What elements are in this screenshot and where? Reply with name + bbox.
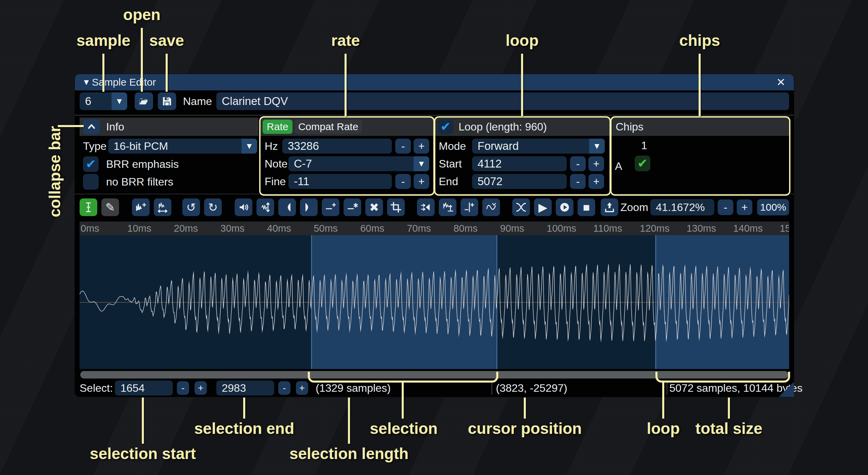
note-combo[interactable]: C-7 ▼ xyxy=(288,156,429,171)
open-sample-button[interactable] xyxy=(135,92,153,110)
loop-mode-combo[interactable]: Forward ▼ xyxy=(472,139,605,154)
filter-button[interactable] xyxy=(482,198,500,216)
loop-start-input[interactable]: 4112 xyxy=(472,156,567,171)
play-button[interactable]: ▶ xyxy=(534,198,552,216)
tab-compat-rate[interactable]: Compat Rate xyxy=(295,120,362,134)
waveform[interactable] xyxy=(80,235,789,369)
hz-decrease-button[interactable]: - xyxy=(395,139,411,154)
ruler-tick: 60ms xyxy=(360,222,384,235)
fade-in-button[interactable] xyxy=(278,198,296,216)
loop-end-decrease-button[interactable]: - xyxy=(570,174,586,189)
folder-open-icon xyxy=(138,96,149,107)
tab-compat-rate-label: Compat Rate xyxy=(298,121,358,133)
delete-button[interactable]: ✖ xyxy=(365,198,383,216)
zoom-out-button[interactable]: - xyxy=(718,199,733,215)
redo-button[interactable]: ↻ xyxy=(204,198,222,216)
save-sample-button[interactable] xyxy=(158,92,176,110)
zoom-reset-button[interactable]: 100% xyxy=(757,199,789,215)
annotation-save: save xyxy=(149,31,184,50)
fine-increase-button[interactable]: + xyxy=(414,174,429,189)
divider xyxy=(75,194,794,194)
chips-row-label: A xyxy=(615,158,622,174)
invert-button[interactable] xyxy=(439,198,456,216)
ruler-tick: 20ms xyxy=(174,222,198,235)
ruler-tick: 130ms xyxy=(686,222,716,235)
amplify-button[interactable] xyxy=(235,198,252,216)
insert-silence-icon xyxy=(325,201,336,213)
window-titlebar[interactable]: ▼ Sample Editor ✕ xyxy=(75,74,794,90)
zoom-input[interactable]: 41.1672% xyxy=(650,199,714,215)
draw-mode-button[interactable]: ✎ xyxy=(101,198,119,216)
loop-start-increase-button[interactable]: + xyxy=(588,156,604,171)
edit-select-button[interactable] xyxy=(80,198,97,216)
selection-start-decrease-button[interactable]: - xyxy=(177,381,189,395)
normalize-button[interactable] xyxy=(256,198,274,216)
reverse-button[interactable] xyxy=(417,198,435,216)
resize-button[interactable] xyxy=(132,198,150,216)
check-icon: ✔ xyxy=(86,157,96,171)
zoom-in-button[interactable]: + xyxy=(737,199,752,215)
info-collapse-button[interactable] xyxy=(83,119,100,134)
loop-end-increase-button[interactable]: + xyxy=(588,174,604,189)
close-icon[interactable]: ✕ xyxy=(773,74,789,90)
selection-end-input[interactable]: 2983 xyxy=(216,381,274,395)
loop-start-decrease-button[interactable]: - xyxy=(570,156,586,171)
annotation-line-chips xyxy=(699,54,701,116)
ruler-tick: 0ms xyxy=(81,222,99,235)
pencil-icon: ✎ xyxy=(105,200,115,214)
annotation-collapse-bar: collapse bar xyxy=(46,126,64,217)
annotation-selection-end: selection end xyxy=(194,419,294,438)
play-circle-icon xyxy=(559,201,570,213)
ruler-tick: 40ms xyxy=(267,222,291,235)
play-region-button[interactable] xyxy=(556,198,573,216)
tab-rate[interactable]: Rate xyxy=(263,120,293,134)
selection-start-input[interactable]: 1654 xyxy=(115,381,173,395)
window-collapse-icon[interactable]: ▼ xyxy=(82,74,90,90)
ruler-tick: 70ms xyxy=(407,222,431,235)
create-wavetable-button[interactable] xyxy=(601,198,618,216)
chips-panel-title: Chips xyxy=(616,118,644,136)
insert-silence-button[interactable] xyxy=(322,198,339,216)
annotation-open: open xyxy=(123,5,161,24)
select-label: Select: xyxy=(80,380,113,396)
annotation-line-cursor-position xyxy=(524,398,526,419)
window-title: Sample Editor xyxy=(92,74,156,90)
stop-button[interactable]: ■ xyxy=(578,198,595,216)
fine-input[interactable]: -11 xyxy=(288,174,392,189)
selection-end-increase-button[interactable]: + xyxy=(296,381,308,395)
apply-silence-icon xyxy=(347,201,358,213)
ruler-tick: 110ms xyxy=(593,222,622,235)
hz-increase-button[interactable]: + xyxy=(414,139,429,154)
crossfade-button[interactable] xyxy=(512,198,530,216)
hz-input[interactable]: 33286 xyxy=(282,139,392,154)
selection-start-increase-button[interactable]: + xyxy=(195,381,207,395)
name-input[interactable]: Clarinet DQV xyxy=(216,92,789,110)
selection-end-decrease-button[interactable]: - xyxy=(278,381,290,395)
apply-silence-button[interactable] xyxy=(344,198,361,216)
undo-button[interactable]: ↺ xyxy=(182,198,200,216)
fade-in-icon xyxy=(281,201,293,213)
loop-end-input[interactable]: 5072 xyxy=(472,174,567,189)
window-resize-grip[interactable] xyxy=(779,382,794,397)
type-combo[interactable]: 16-bit PCM ▼ xyxy=(108,139,257,154)
chip-a1-checkbox[interactable]: ✔ xyxy=(635,156,650,171)
loop-enable-checkbox[interactable]: ✔ xyxy=(438,119,453,134)
trim-button[interactable] xyxy=(387,198,405,216)
chevron-down-icon: ▼ xyxy=(112,92,127,110)
annotation-chips: chips xyxy=(679,31,720,50)
mode-label: Mode xyxy=(439,139,466,154)
chevron-down-icon: ▼ xyxy=(414,156,429,171)
fine-decrease-button[interactable]: - xyxy=(395,174,411,189)
brr-emphasis-checkbox[interactable]: ✔ xyxy=(83,156,99,172)
timeline-ruler[interactable]: 0ms10ms20ms30ms40ms50ms60ms70ms80ms90ms1… xyxy=(80,222,789,235)
resample-button[interactable] xyxy=(154,198,171,216)
sample-number-combo[interactable]: 6 ▼ xyxy=(80,92,127,110)
fade-out-button[interactable] xyxy=(300,198,318,216)
ruler-tick: 90ms xyxy=(500,222,524,235)
undo-icon: ↺ xyxy=(186,200,196,214)
sign-invert-button[interactable] xyxy=(461,198,478,216)
no-brr-filters-checkbox[interactable] xyxy=(83,174,99,190)
no-brr-filters-label: no BRR filters xyxy=(106,174,173,190)
annotation-line-loop-top xyxy=(521,54,523,116)
upload-icon xyxy=(604,201,615,213)
